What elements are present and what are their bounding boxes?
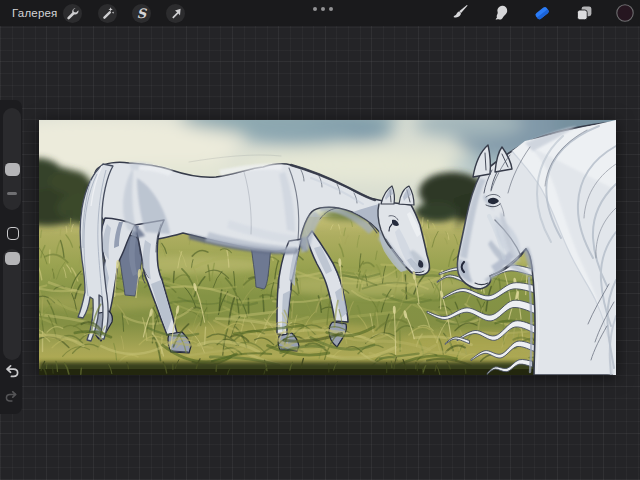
layers-tool-button[interactable]	[572, 2, 596, 24]
magic-wand-icon	[101, 7, 114, 20]
wrench-icon	[66, 7, 79, 20]
redo-button[interactable]	[4, 390, 20, 405]
selection-s-icon: S	[137, 7, 146, 20]
modify-button[interactable]	[7, 227, 19, 240]
brush-icon	[451, 4, 469, 22]
drawing-canvas[interactable]	[39, 120, 616, 375]
color-tool-button[interactable]	[613, 2, 637, 24]
brush-size-slider[interactable]	[3, 108, 21, 210]
undo-icon	[3, 364, 20, 381]
smudge-icon	[492, 4, 510, 22]
smudge-tool-button[interactable]	[489, 2, 513, 24]
layers-icon	[574, 4, 594, 23]
left-sidebar	[0, 100, 22, 414]
top-toolbar: Галерея S	[0, 0, 640, 26]
actions-button[interactable]	[63, 4, 82, 23]
ellipsis-icon[interactable]	[313, 6, 333, 12]
eraser-tool-button[interactable]	[530, 2, 554, 24]
redo-icon	[4, 390, 20, 405]
undo-button[interactable]	[3, 364, 20, 381]
dot	[313, 7, 317, 11]
brush-opacity-handle[interactable]	[5, 252, 20, 265]
brush-opacity-slider[interactable]	[3, 249, 21, 360]
selection-button[interactable]: S	[132, 4, 151, 23]
dot	[321, 7, 325, 11]
eraser-icon	[532, 4, 552, 22]
brush-tool-button[interactable]	[448, 2, 472, 24]
color-swatch	[615, 3, 635, 23]
transform-arrow-icon	[170, 8, 182, 20]
procreate-app: Галерея S	[0, 0, 640, 480]
horses-painting	[39, 120, 616, 375]
dot	[329, 7, 333, 11]
transform-button[interactable]	[166, 4, 185, 23]
gallery-button[interactable]: Галерея	[12, 0, 58, 26]
adjustments-button[interactable]	[98, 4, 117, 23]
brush-size-tick	[7, 192, 17, 195]
brush-size-handle[interactable]	[5, 163, 20, 176]
